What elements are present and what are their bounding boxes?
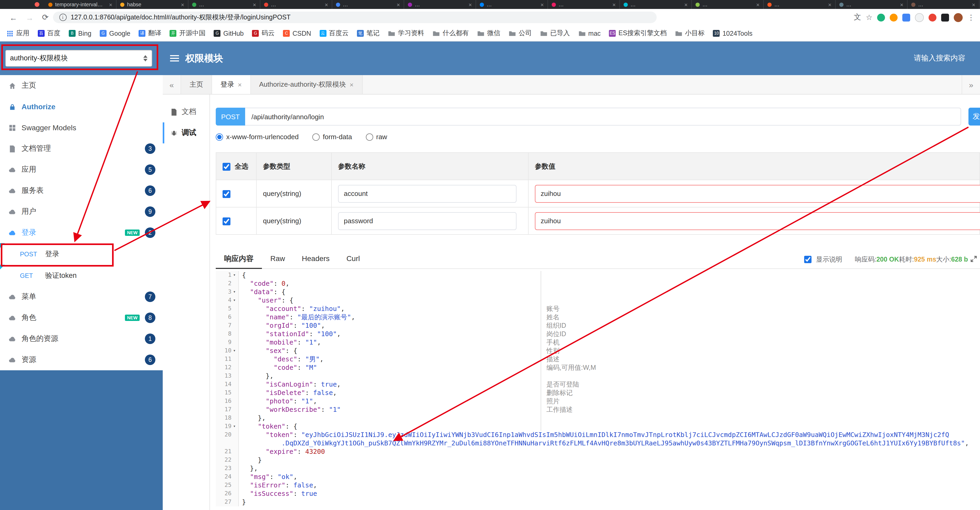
content-type-radio[interactable] <box>366 133 373 140</box>
tab-close-icon[interactable]: × <box>396 1 400 8</box>
bookmark-item[interactable]: 什么都有 <box>433 29 469 38</box>
browser-tab[interactable]: …× <box>692 0 764 9</box>
profile-avatar[interactable] <box>954 13 963 22</box>
translate-icon[interactable]: 文 <box>854 13 861 22</box>
tab-close-icon[interactable]: × <box>828 1 832 8</box>
bookmark-item[interactable]: 小目标 <box>675 29 705 38</box>
tabs-scroll-right-icon[interactable]: » <box>962 75 980 94</box>
browser-tab[interactable]: …× <box>404 0 476 9</box>
browser-tab[interactable]: …× <box>332 0 404 9</box>
param-name-input[interactable] <box>338 185 517 202</box>
tab-主页[interactable]: 主页 <box>181 75 212 94</box>
param-checkbox[interactable] <box>223 190 231 198</box>
traffic-light-close-icon[interactable] <box>35 2 39 7</box>
site-info-icon[interactable]: i <box>59 14 67 21</box>
fold-caret-icon[interactable]: ▾ <box>231 288 237 296</box>
browser-tab[interactable]: …× <box>836 0 908 9</box>
line-number-gutter[interactable]: 15 <box>216 389 239 397</box>
send-button[interactable]: 发送 <box>969 108 980 126</box>
response-tab-Headers[interactable]: Headers <box>293 250 338 268</box>
bookmark-item[interactable]: 笔笔记 <box>357 29 380 38</box>
tab-close-icon[interactable]: × <box>350 81 353 89</box>
tab-close-icon[interactable]: × <box>540 1 544 8</box>
line-number-gutter[interactable]: 13 <box>216 372 239 380</box>
param-value-input[interactable] <box>535 185 980 202</box>
tab-close-icon[interactable]: × <box>109 1 112 8</box>
sidebar-item-home[interactable]: 主页 <box>0 75 163 96</box>
bookmark-item[interactable]: 百百度 <box>38 29 60 38</box>
sidebar-api-post-login[interactable]: POST登录 <box>0 243 163 265</box>
bookmark-item[interactable]: 云百度云 <box>320 29 348 38</box>
content-type-option[interactable]: form-data <box>312 133 352 141</box>
nav-文档[interactable]: 文档 <box>163 101 210 123</box>
bookmark-item[interactable]: ESES搜索引擎文档 <box>609 29 667 38</box>
back-icon[interactable]: ← <box>10 13 18 22</box>
reload-icon[interactable]: ⟳ <box>42 13 49 22</box>
line-number-gutter[interactable]: 22 <box>216 456 239 464</box>
sidebar-item-app[interactable]: 应用5 <box>0 159 163 180</box>
browser-tab[interactable]: …× <box>764 0 836 9</box>
menu-kebab-icon[interactable]: ⋮ <box>967 13 975 22</box>
sidebar-item-res[interactable]: 资源6 <box>0 349 163 370</box>
tab-close-icon[interactable]: × <box>325 1 328 8</box>
line-number-gutter[interactable]: 9 <box>216 338 239 347</box>
browser-tab[interactable]: …× <box>908 0 980 9</box>
bookmark-item[interactable]: mac <box>578 30 600 37</box>
sidebar-item-models[interactable]: Swagger Models <box>0 117 163 138</box>
param-name-input[interactable] <box>338 212 517 230</box>
browser-tab[interactable]: …× <box>548 0 620 9</box>
bookmark-item[interactable]: 101024Tools <box>713 30 752 37</box>
fold-caret-icon[interactable]: ▾ <box>231 271 237 279</box>
browser-tab[interactable]: …× <box>620 0 692 9</box>
bookmark-item[interactable]: BBing <box>69 30 91 37</box>
line-number-gutter[interactable]: 10▾ <box>216 347 239 355</box>
line-number-gutter[interactable]: 16 <box>216 397 239 405</box>
line-number-gutter[interactable]: 2 <box>216 279 239 288</box>
param-checkbox[interactable] <box>223 217 231 225</box>
line-number-gutter[interactable]: 14 <box>216 380 239 389</box>
line-number-gutter[interactable]: 17 <box>216 405 239 414</box>
search-input[interactable]: 请输入搜索内容 <box>914 54 965 63</box>
request-path[interactable]: /api/authority/anno/login <box>245 108 961 126</box>
bookmark-item[interactable]: 应用 <box>6 29 29 38</box>
extension-icon[interactable] <box>890 13 897 21</box>
content-type-radio[interactable] <box>216 133 223 140</box>
tab-close-icon[interactable]: × <box>684 1 687 8</box>
tab-Authorize-authority-权限模块[interactable]: Authorize-authority-权限模块× <box>251 75 363 94</box>
line-number-gutter[interactable]: 27 <box>216 498 239 506</box>
select-all-checkbox[interactable] <box>223 163 231 171</box>
bookmark-item[interactable]: G码云 <box>252 29 275 38</box>
module-select[interactable]: authority-权限模块 <box>5 50 152 67</box>
tab-close-icon[interactable]: × <box>756 1 760 8</box>
fold-caret-icon[interactable]: ▾ <box>231 422 237 431</box>
browser-tab[interactable]: habse× <box>116 0 188 9</box>
extension-icon[interactable] <box>929 13 936 21</box>
line-number-gutter[interactable]: 12 <box>216 363 239 372</box>
tab-close-icon[interactable]: × <box>238 81 242 89</box>
line-number-gutter[interactable]: 11 <box>216 355 239 363</box>
bookmark-item[interactable]: 开开源中国 <box>170 29 205 38</box>
content-type-option[interactable]: raw <box>366 133 387 141</box>
expand-icon[interactable] <box>970 255 977 263</box>
sidebar-item-service[interactable]: 服务表6 <box>0 180 163 201</box>
response-tab-Curl[interactable]: Curl <box>338 250 368 268</box>
bookmark-item[interactable]: CCSDN <box>283 30 311 37</box>
line-number-gutter[interactable]: 6 <box>216 313 239 322</box>
bookmark-item[interactable]: 微信 <box>477 29 500 38</box>
sidebar-item-user[interactable]: 用户9 <box>0 201 163 222</box>
response-tab-响应内容[interactable]: 响应内容 <box>216 250 262 269</box>
sidebar-item-menu[interactable]: 菜单7 <box>0 286 163 307</box>
tab-close-icon[interactable]: × <box>612 1 616 8</box>
line-number-gutter[interactable]: 4▾ <box>216 296 239 304</box>
line-number-gutter[interactable]: 20 <box>216 431 239 448</box>
tabs-scroll-left-icon[interactable]: « <box>163 75 181 94</box>
sidebar-api-get-login[interactable]: GET验证token <box>0 265 163 286</box>
line-number-gutter[interactable]: 1▾ <box>216 271 239 279</box>
browser-tab[interactable]: temporary-interval…× <box>45 0 116 9</box>
sidebar-item-authorize[interactable]: Authorize <box>0 96 163 117</box>
bookmark-item[interactable]: 学习资料 <box>388 29 424 38</box>
extension-icon[interactable] <box>915 13 924 22</box>
content-type-radio[interactable] <box>312 133 320 140</box>
sidebar-item-docs[interactable]: 文档管理3 <box>0 138 163 159</box>
line-number-gutter[interactable]: 23 <box>216 464 239 473</box>
